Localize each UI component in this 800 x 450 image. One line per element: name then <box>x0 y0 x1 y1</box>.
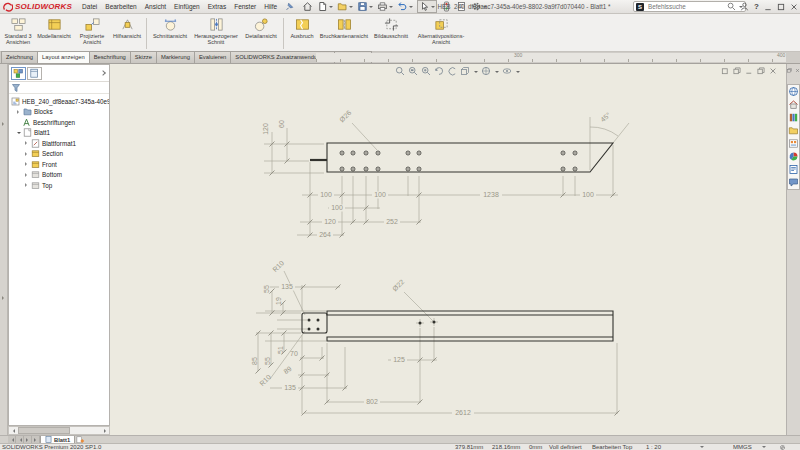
crop-view-button[interactable]: Bildausschnitt <box>370 16 412 40</box>
break-view-button[interactable]: Bruchkantenansicht <box>318 16 370 40</box>
new-window-icon[interactable] <box>721 67 729 75</box>
projected-view-button[interactable]: Projizierte Ansicht <box>74 16 110 46</box>
dimension-label[interactable]: 120 <box>324 218 336 225</box>
detail-view-button[interactable]: Detailansicht <box>241 16 281 40</box>
auxiliary-view-button[interactable]: Hilfsansicht <box>110 16 144 40</box>
design-library-icon[interactable] <box>788 112 799 123</box>
previous-view-icon[interactable] <box>434 66 444 76</box>
user-account-icon[interactable] <box>740 2 749 11</box>
sheet-tab-blatt1[interactable]: Blatt1 <box>40 436 75 443</box>
tree-item-blattformat1[interactable]: Blattformat1 <box>9 138 109 149</box>
filter-funnel-icon[interactable] <box>11 83 21 93</box>
display-pane-tab[interactable] <box>27 67 42 80</box>
removed-section-button[interactable]: Herausgezogener Schnitt <box>191 16 241 46</box>
tab-layout-anzeigen[interactable]: Layout anzeigen <box>37 51 90 63</box>
tab-skizze[interactable]: Skizze <box>130 51 157 63</box>
search-input[interactable] <box>646 2 725 11</box>
open-button[interactable] <box>337 1 353 12</box>
dimension-label[interactable]: 252 <box>386 218 398 225</box>
dimension-label[interactable]: 135 <box>284 384 296 391</box>
tree-item-beschriftungen[interactable]: Beschriftungen <box>9 117 109 128</box>
tab-beschriftung[interactable]: Beschriftung <box>89 51 131 63</box>
redraw-icon[interactable] <box>447 66 457 76</box>
panel-horizontal-scrollbar[interactable] <box>8 426 110 435</box>
dimension-label[interactable]: 264 <box>319 231 331 238</box>
drawing-view-top[interactable]: 120 60 Ø26 45° 100 100 1238 100 100 120 … <box>262 109 629 238</box>
menu-bearbeiten[interactable]: Bearbeiten <box>105 3 136 10</box>
dimension-label[interactable]: 70 <box>290 350 298 357</box>
dimension-label[interactable]: 100 <box>582 191 594 198</box>
view-orientation-caret[interactable] <box>474 71 478 75</box>
view-palette-icon[interactable] <box>788 138 799 149</box>
tab-evaluieren[interactable]: Evaluieren <box>194 51 231 63</box>
units-dropdown-caret[interactable] <box>762 446 766 450</box>
display-style-caret[interactable] <box>495 71 499 75</box>
doc-restore-icon[interactable] <box>757 67 765 75</box>
zoom-to-area-icon[interactable] <box>408 66 418 76</box>
standard-3-views-button[interactable]: Standard 3 Ansichten <box>2 16 34 46</box>
cascade-icon[interactable] <box>733 67 741 75</box>
solidworks-forum-icon[interactable] <box>788 177 799 188</box>
doc-minimize-icon[interactable] <box>745 67 753 75</box>
dimension-label[interactable]: Ø26 <box>338 109 352 123</box>
unit-system[interactable]: MMGS <box>733 444 752 450</box>
drawing-view-bottom[interactable]: R10 135 55 19 51 55 85 70 89 R10 135 Ø22… <box>251 259 620 416</box>
appearances-scenes-icon[interactable] <box>788 151 799 162</box>
close-icon[interactable] <box>790 3 798 11</box>
doc-close-icon[interactable] <box>769 67 777 75</box>
broken-out-section-button[interactable]: Ausbruch <box>286 16 318 40</box>
search-icon[interactable] <box>727 2 736 11</box>
hide-show-items-icon[interactable] <box>502 66 512 76</box>
home-tab-icon[interactable] <box>788 99 799 110</box>
dimension-label[interactable]: 85 <box>251 357 258 365</box>
sheet-scale[interactable]: 1 : 20 <box>646 444 661 450</box>
dimension-label[interactable]: R10 <box>258 373 272 387</box>
menu-einfuegen[interactable]: Einfügen <box>174 3 200 10</box>
add-sheet-button[interactable] <box>75 436 86 443</box>
dimension-label[interactable]: 60 <box>278 120 285 128</box>
home-button[interactable] <box>302 1 313 12</box>
dimension-label[interactable]: 89 <box>282 365 292 375</box>
sheet-nav-prev[interactable] <box>16 436 24 443</box>
menu-ansicht[interactable]: Ansicht <box>145 3 166 10</box>
scroll-right-arrow[interactable] <box>102 427 109 434</box>
dimension-label[interactable]: R10 <box>271 259 285 273</box>
dimension-label[interactable]: 2612 <box>455 409 471 416</box>
alternate-position-view-button[interactable]: Alternativpositions-Ansicht <box>412 16 470 46</box>
feature-tree-tab[interactable] <box>11 67 26 80</box>
panel-splitter[interactable] <box>0 64 8 435</box>
tree-item-top-view[interactable]: Top <box>9 180 109 191</box>
pin-menu-icon[interactable] <box>285 2 294 11</box>
scrollbar-thumb[interactable] <box>18 427 70 434</box>
maximize-icon[interactable] <box>777 3 785 11</box>
menu-datei[interactable]: Datei <box>82 3 97 10</box>
menu-hilfe[interactable]: Hilfe <box>264 3 277 10</box>
taskpane-pin-icon[interactable] <box>787 67 792 74</box>
tree-item-blatt1[interactable]: Blatt1 <box>9 128 109 139</box>
drawing-sheet[interactable]: 120 60 Ø26 45° 100 100 1238 100 100 120 … <box>110 64 786 435</box>
dimension-label[interactable]: Ø22 <box>391 278 405 292</box>
tree-item-front-view[interactable]: Front <box>9 159 109 170</box>
sheet-nav-last[interactable] <box>32 436 40 443</box>
view-orientation-icon[interactable] <box>460 66 470 76</box>
dimension-label[interactable]: 55 <box>264 357 271 365</box>
dimension-label[interactable]: 120 <box>262 123 269 135</box>
save-button[interactable] <box>357 1 373 12</box>
dimension-label[interactable]: 19 <box>275 297 282 305</box>
tab-markierung[interactable]: Markierung <box>156 51 195 63</box>
command-search[interactable]: S <box>633 1 746 12</box>
print-button[interactable] <box>377 1 393 12</box>
menu-fenster[interactable]: Fenster <box>234 3 256 10</box>
minimize-icon[interactable] <box>764 3 772 11</box>
dimension-label[interactable]: 51 <box>277 346 284 354</box>
dimension-label[interactable]: 135 <box>281 283 293 290</box>
status-options-gear-icon[interactable] <box>779 444 786 450</box>
menu-extras[interactable]: Extras <box>208 3 226 10</box>
dimension-label[interactable]: 55 <box>263 285 270 293</box>
dimension-label[interactable]: 125 <box>393 356 405 363</box>
undo-button[interactable] <box>397 1 413 12</box>
taskpane-close-icon[interactable] <box>795 67 800 74</box>
model-view-button[interactable]: Modellansicht <box>34 16 74 40</box>
help-icon[interactable]: ? <box>754 2 759 11</box>
tree-item-bottom-view[interactable]: Bottom <box>9 170 109 181</box>
